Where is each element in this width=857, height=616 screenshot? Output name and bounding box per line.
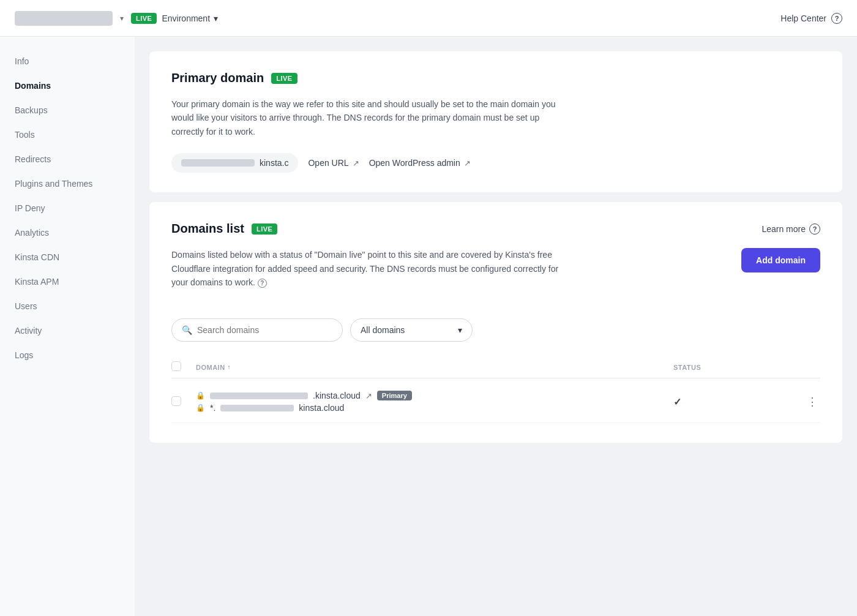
open-wp-admin-button[interactable]: Open WordPress admin ↗ [369, 158, 471, 168]
status-checkmark: ✓ [673, 396, 681, 408]
content-area: Primary domain LIVE Your primary domain … [135, 37, 857, 616]
help-center-label: Help Center [780, 13, 826, 23]
header-left: ▾ LIVE Environment ▾ [15, 11, 218, 26]
primary-domain-card: Primary domain LIVE Your primary domain … [149, 51, 842, 192]
domain-blurred-part [181, 159, 255, 167]
primary-badge: Primary [377, 391, 412, 400]
header-domain-col: DOMAIN ↑ [196, 364, 673, 371]
open-wp-admin-label: Open WordPress admin [369, 158, 460, 168]
sidebar-item-domains[interactable]: Domains [0, 73, 135, 98]
primary-domain-title: Primary domain [171, 71, 264, 85]
domain-pill: kinsta.c [171, 153, 298, 173]
env-badge: LIVE Environment ▾ [131, 13, 218, 24]
sidebar-item-plugins-themes[interactable]: Plugins and Themes [0, 171, 135, 196]
table-row: 🔒 .kinsta.cloud ↗ Primary 🔒 *. kinsta.cl… [171, 381, 820, 423]
help-center-button[interactable]: Help Center ? [780, 13, 842, 24]
row-actions-button[interactable]: ⋮ [804, 393, 820, 411]
domain-wildcard-line: 🔒 *. kinsta.cloud [196, 403, 673, 413]
sidebar-item-activity[interactable]: Activity [0, 318, 135, 343]
search-domains-input[interactable] [197, 325, 332, 335]
domain-blurred-wildcard [220, 405, 294, 411]
logo [15, 11, 113, 26]
domain-external-icon[interactable]: ↗ [365, 391, 372, 400]
sidebar-item-backups[interactable]: Backups [0, 98, 135, 122]
environment-selector[interactable]: Environment ▾ [162, 13, 218, 23]
domains-list-header-left: Domains list LIVE [171, 222, 277, 236]
filter-dropdown[interactable]: All domains ▾ [350, 318, 473, 342]
sort-arrow-icon[interactable]: ↑ [228, 364, 231, 370]
wildcard-prefix: *. [210, 403, 215, 413]
learn-more-label: Learn more [762, 224, 806, 234]
open-url-button[interactable]: Open URL ↗ [308, 158, 359, 168]
search-icon: 🔍 [182, 325, 192, 335]
sidebar-item-tools[interactable]: Tools [0, 122, 135, 147]
sidebar-item-ip-deny[interactable]: IP Deny [0, 196, 135, 220]
environment-chevron-icon: ▾ [214, 13, 218, 23]
domain-cell: 🔒 .kinsta.cloud ↗ Primary 🔒 *. kinsta.cl… [196, 391, 673, 413]
domains-list-description: Domains listed below with a status of "D… [171, 248, 563, 289]
primary-domain-header: Primary domain LIVE [171, 71, 820, 85]
sidebar: Info Domains Backups Tools Redirects Plu… [0, 37, 135, 616]
lock-icon: 🔒 [196, 391, 205, 400]
environment-label: Environment [162, 13, 210, 23]
top-header: ▾ LIVE Environment ▾ Help Center ? [0, 0, 857, 37]
open-url-label: Open URL [308, 158, 348, 168]
domains-list-header: Domains list LIVE Learn more ? [171, 222, 820, 236]
primary-domain-description: Your primary domain is the way we refer … [171, 97, 563, 138]
main-layout: Info Domains Backups Tools Redirects Plu… [0, 37, 857, 616]
status-cell: ✓ [673, 396, 796, 408]
domain-col-label: DOMAIN ↑ [196, 364, 673, 371]
domains-list-live-badge: LIVE [252, 223, 277, 235]
primary-domain-row: kinsta.c Open URL ↗ Open WordPress admin… [171, 153, 820, 173]
domain-suffix-primary: .kinsta.cloud [313, 391, 361, 400]
help-circle-icon: ? [831, 13, 842, 24]
sidebar-item-kinsta-cdn[interactable]: Kinsta CDN [0, 245, 135, 269]
domains-list-card: Domains list LIVE Learn more ? Domains l… [149, 202, 842, 443]
sidebar-item-redirects[interactable]: Redirects [0, 147, 135, 171]
domain-blurred-primary [210, 393, 308, 399]
learn-more-button[interactable]: Learn more ? [762, 223, 820, 235]
filter-label: All domains [361, 325, 405, 335]
sidebar-item-info[interactable]: Info [0, 49, 135, 73]
lock-icon-wildcard: 🔒 [196, 404, 205, 412]
table-header: DOMAIN ↑ STATUS [171, 356, 820, 378]
domains-list-title: Domains list [171, 222, 244, 236]
row-checkbox[interactable] [171, 396, 181, 406]
row-checkbox-col [171, 396, 196, 408]
sidebar-item-analytics[interactable]: Analytics [0, 220, 135, 245]
logo-chevron-icon[interactable]: ▾ [120, 14, 124, 23]
learn-more-circle-icon: ? [809, 223, 820, 235]
domain-primary-line: 🔒 .kinsta.cloud ↗ Primary [196, 391, 673, 400]
status-col-label: STATUS [673, 364, 796, 371]
search-box: 🔍 [171, 318, 343, 342]
sidebar-item-users[interactable]: Users [0, 294, 135, 318]
actions-cell: ⋮ [796, 393, 820, 411]
domain-suffix-wildcard: kinsta.cloud [299, 403, 344, 413]
sidebar-item-logs[interactable]: Logs [0, 343, 135, 367]
external-link-icon: ↗ [353, 159, 359, 168]
search-filter-row: 🔍 All domains ▾ [171, 318, 820, 342]
live-badge: LIVE [131, 13, 157, 24]
select-all-checkbox[interactable] [171, 361, 181, 371]
add-domain-button[interactable]: Add domain [741, 248, 820, 272]
primary-domain-live-badge: LIVE [271, 73, 297, 84]
filter-chevron-icon: ▾ [458, 325, 462, 335]
header-status-col: STATUS [673, 364, 796, 371]
domain-suffix-text: kinsta.c [260, 158, 288, 168]
external-link-icon-2: ↗ [464, 159, 471, 168]
header-checkbox-col [171, 361, 196, 373]
sidebar-item-kinsta-apm[interactable]: Kinsta APM [0, 269, 135, 294]
